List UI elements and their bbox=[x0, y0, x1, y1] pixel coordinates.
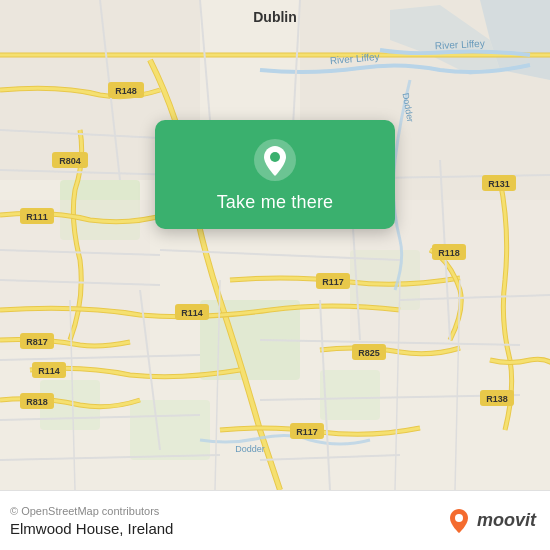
svg-text:R117: R117 bbox=[296, 427, 318, 437]
osm-credit: © OpenStreetMap contributors bbox=[10, 505, 173, 517]
svg-text:R148: R148 bbox=[115, 86, 137, 96]
moovit-text: moovit bbox=[477, 510, 536, 531]
map-container: R148 R804 R111 R114 R114 R817 R818 R117 … bbox=[0, 0, 550, 490]
moovit-pin-icon bbox=[445, 507, 473, 535]
svg-text:R114: R114 bbox=[38, 366, 60, 376]
take-me-there-button[interactable]: Take me there bbox=[217, 192, 334, 213]
navigation-card: Take me there bbox=[155, 120, 395, 229]
svg-text:Dublin: Dublin bbox=[253, 9, 297, 25]
place-name: Elmwood House, Ireland bbox=[10, 520, 173, 537]
svg-text:R118: R118 bbox=[438, 248, 460, 258]
svg-text:R138: R138 bbox=[486, 394, 508, 404]
svg-text:R117: R117 bbox=[322, 277, 344, 287]
bottom-left-info: © OpenStreetMap contributors Elmwood Hou… bbox=[10, 505, 173, 537]
svg-point-69 bbox=[270, 152, 280, 162]
svg-text:R131: R131 bbox=[488, 179, 510, 189]
svg-text:R818: R818 bbox=[26, 397, 48, 407]
svg-text:R817: R817 bbox=[26, 337, 48, 347]
svg-rect-6 bbox=[320, 370, 380, 420]
svg-text:R111: R111 bbox=[26, 212, 48, 222]
bottom-bar: © OpenStreetMap contributors Elmwood Hou… bbox=[0, 490, 550, 550]
svg-text:R114: R114 bbox=[181, 308, 203, 318]
svg-text:Dodder: Dodder bbox=[235, 444, 265, 454]
svg-text:R804: R804 bbox=[59, 156, 81, 166]
svg-rect-5 bbox=[130, 400, 210, 460]
svg-text:R825: R825 bbox=[358, 348, 380, 358]
moovit-logo: moovit bbox=[445, 507, 536, 535]
location-pin-icon bbox=[253, 138, 297, 182]
svg-point-70 bbox=[455, 514, 463, 522]
map-roads: R148 R804 R111 R114 R114 R817 R818 R117 … bbox=[0, 0, 550, 490]
